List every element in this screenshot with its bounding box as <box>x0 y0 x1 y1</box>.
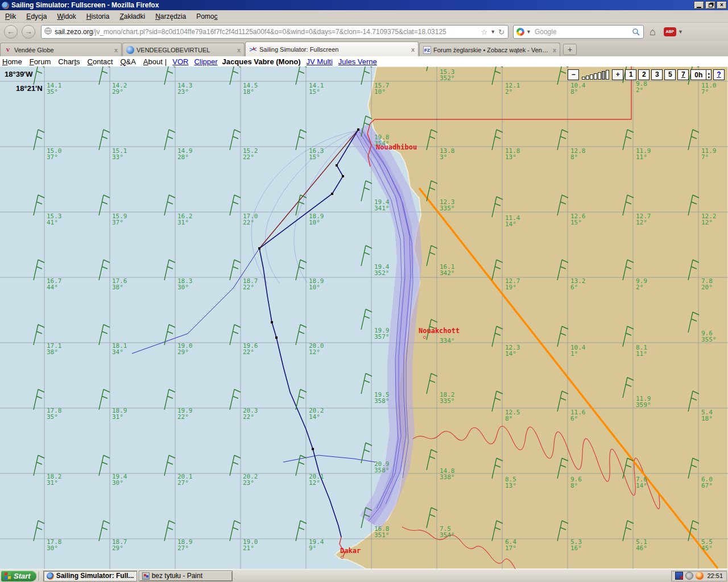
wind-value: 15.0 37° <box>47 148 62 160</box>
nav-clipper[interactable]: Clipper <box>194 57 217 66</box>
tab-sailing-simulator[interactable]: Sailing Simulator: Fullscreen x <box>245 41 419 56</box>
menu-plik[interactable]: Plik <box>0 11 21 22</box>
restore-button[interactable] <box>705 1 715 9</box>
nav-qa[interactable]: Q&A <box>120 57 135 66</box>
help-button[interactable]: ? <box>713 69 725 80</box>
windows-logo-icon <box>5 572 11 579</box>
new-tab-button[interactable]: + <box>563 44 577 55</box>
wind-value: 9.6 355° <box>701 330 717 343</box>
navigation-toolbar: ← → sail.zezo.org/jv_mono/chart.pl?sid=8… <box>0 23 728 41</box>
wind-value: 16.1 342° <box>440 264 455 276</box>
forecast-time-stepper[interactable]: 0h ▲ ▼ <box>690 69 712 80</box>
search-icon[interactable] <box>632 28 640 36</box>
wind-value: 17.0 22° <box>243 213 258 226</box>
adblock-button[interactable]: ABP ▼ <box>664 27 683 36</box>
network-status-icon[interactable] <box>675 572 683 580</box>
zoom-level-7-button[interactable]: 7 <box>677 69 689 80</box>
cursor-longitude: 18°39'W <box>5 70 32 78</box>
tab-close-icon[interactable]: x <box>552 47 557 53</box>
wind-value: 19.4 352° <box>374 264 390 276</box>
wind-barb-icon <box>686 518 700 544</box>
wind-barb-icon <box>686 455 700 481</box>
zoom-level-1-button[interactable]: 1 <box>625 69 636 80</box>
tab-bar: V Vendée Globe x VENDEEGLOBEVIRTUEL x Sa… <box>0 41 728 56</box>
wind-barb-icon <box>359 178 373 204</box>
nav-forum[interactable]: Forum <box>30 57 51 66</box>
wind-value: 8.1 11° <box>636 344 647 357</box>
zoom-level-2-button[interactable]: 2 <box>638 69 650 80</box>
zoom-level-3-button[interactable]: 3 <box>651 69 663 80</box>
tab-close-icon[interactable]: x <box>236 47 242 53</box>
abp-dropdown-icon[interactable]: ▼ <box>678 29 683 35</box>
wind-value: 10.4 1° <box>570 344 586 357</box>
wind-barb-icon <box>359 113 373 139</box>
menu-narzedzia[interactable]: Narzędzia <box>150 11 191 22</box>
wind-value: 8.5 13° <box>505 476 516 489</box>
nav-vor[interactable]: VOR <box>172 57 188 66</box>
tab-vendee-globe[interactable]: V Vendée Globe x <box>0 43 122 56</box>
menu-zakladki[interactable]: Zakładki <box>114 11 150 22</box>
wind-value: 9.8 2° <box>636 81 647 93</box>
wind-value: 6.4 17° <box>505 539 516 551</box>
menu-widok[interactable]: Widok <box>52 11 81 22</box>
menu-historia[interactable]: Historia <box>81 11 115 22</box>
wind-barb-icon <box>97 66 110 88</box>
google-logo-icon <box>516 28 524 36</box>
wind-value: 13.2 6° <box>570 278 586 290</box>
nav-jules-verne[interactable]: Jules Verne <box>338 57 377 66</box>
wind-barb-icon <box>490 66 503 88</box>
wind-barb-icon <box>686 388 700 414</box>
menu-edycja[interactable]: Edycja <box>21 11 52 22</box>
tray-app-icon[interactable] <box>696 572 704 580</box>
search-placeholder[interactable]: Google <box>535 28 557 36</box>
close-button[interactable]: × <box>717 1 727 9</box>
nav-charts[interactable]: Charts <box>58 57 80 66</box>
task-sailing-simulator[interactable]: Sailing Simulator: Full... <box>43 571 137 581</box>
search-engine-dropdown-icon[interactable]: ▼ <box>526 29 531 35</box>
search-bar[interactable]: ▼ Google <box>513 25 644 39</box>
tab-forum-zeglarskie[interactable]: FZ Forum żeglarskie • Zobacz wątek - Ven… <box>419 43 560 56</box>
start-button[interactable]: Start <box>1 571 36 581</box>
time-down-icon[interactable]: ▼ <box>706 75 711 79</box>
wind-value: 11.0 7° <box>701 82 717 95</box>
volume-icon[interactable] <box>685 572 693 580</box>
nav-current-race: Jacques Vabre (Mono) <box>222 57 301 66</box>
wind-value: 14.1 35° <box>47 82 62 95</box>
wind-value: 16.7 44° <box>47 278 62 290</box>
nav-about[interactable]: About <box>143 57 163 66</box>
menu-pomoc[interactable]: Pomoc <box>191 11 222 22</box>
wind-value: 7.6 14° <box>636 476 647 489</box>
home-icon[interactable]: ⌂ <box>650 25 656 39</box>
wind-chart-map[interactable]: 14.1 35°14.2 29°14.3 23°14.5 18°14.1 15°… <box>0 66 728 569</box>
zoom-level-5-button[interactable]: 5 <box>664 69 676 80</box>
wind-value: 14.1 15° <box>309 82 324 95</box>
wind-value: 20.2 23° <box>243 473 258 486</box>
bookmark-star-icon[interactable]: ☆ <box>481 28 488 36</box>
tab-close-icon[interactable]: x <box>410 46 416 53</box>
wind-barb-icon <box>293 66 307 88</box>
task-paint[interactable]: bez tytułu - Paint <box>139 571 233 581</box>
back-button[interactable]: ← <box>4 25 18 39</box>
nav-jv-multi[interactable]: JV Multi <box>307 57 333 66</box>
wind-value: 18.1 34° <box>112 343 127 355</box>
forward-button[interactable]: → <box>22 25 35 39</box>
url-text[interactable]: sail.zezo.org/jv_mono/chart.pl?sid=8c0d1… <box>55 28 478 36</box>
wind-value: 19.6 22° <box>243 343 258 355</box>
nav-contact[interactable]: Contact <box>88 57 113 66</box>
wind-value: 14.3 23° <box>177 82 193 95</box>
wind-barb-icon <box>162 322 176 348</box>
tab-vendeeglobevirtuel[interactable]: VENDEEGLOBEVIRTUEL x <box>122 43 245 56</box>
zoom-in-button[interactable]: + <box>612 69 623 80</box>
reload-icon[interactable]: ↻ <box>498 28 504 36</box>
address-bar[interactable]: sail.zezo.org/jv_mono/chart.pl?sid=8c0d1… <box>41 25 508 39</box>
wind-barb-icon <box>293 127 307 153</box>
wind-value: 20.9 358° <box>374 461 390 473</box>
nav-home[interactable]: Home <box>2 57 22 66</box>
zoom-out-button[interactable]: − <box>568 69 579 80</box>
wind-value: 20.2 14° <box>309 408 324 420</box>
bookmark-dropdown-icon[interactable]: ▼ <box>490 29 495 35</box>
minimize-button[interactable] <box>694 1 704 9</box>
wind-barb-icon <box>555 66 569 88</box>
tab-close-icon[interactable]: x <box>113 47 119 53</box>
time-up-icon[interactable]: ▲ <box>706 71 711 75</box>
